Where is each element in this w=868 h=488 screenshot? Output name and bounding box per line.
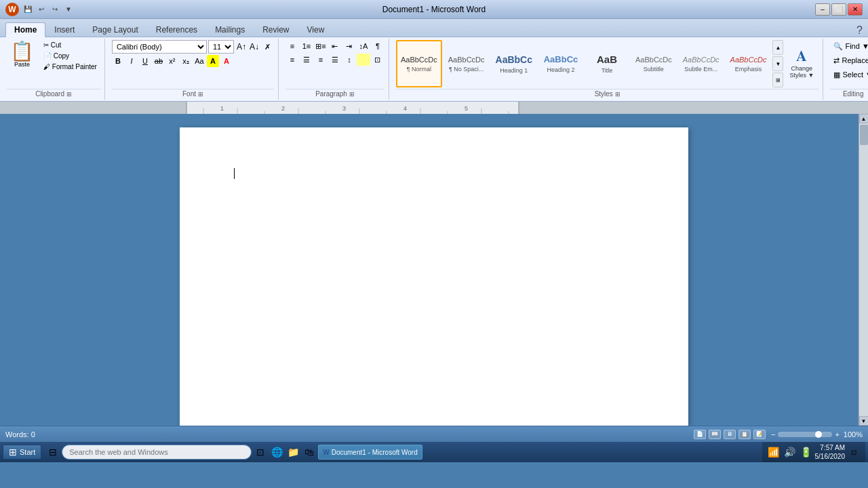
redo-quick-btn[interactable]: ↪ bbox=[49, 3, 61, 16]
cut-button[interactable]: ✂ Cut bbox=[40, 40, 100, 50]
scroll-down-btn[interactable]: ▼ bbox=[859, 416, 869, 426]
zoom-plus-btn[interactable]: + bbox=[835, 430, 839, 439]
format-painter-button[interactable]: 🖌 Format Painter bbox=[40, 62, 100, 72]
decrease-indent-btn[interactable]: ⇤ bbox=[328, 40, 342, 52]
clock[interactable]: 7:57 AM 5/16/2020 bbox=[815, 443, 846, 461]
increase-font-btn[interactable]: A↑ bbox=[235, 41, 248, 53]
taskbar-files-btn[interactable]: 📁 bbox=[285, 445, 300, 460]
titlebar-left: W 💾 ↩ ↪ ▼ bbox=[5, 3, 75, 16]
right-scrollbar[interactable]: ▲ ▼ bbox=[859, 114, 868, 426]
tab-insert[interactable]: Insert bbox=[45, 22, 83, 37]
view-full-btn[interactable]: 📖 bbox=[709, 430, 721, 439]
taskbar-word-btn[interactable]: W Document1 - Microsoft Word bbox=[318, 445, 422, 460]
strikethrough-button[interactable]: ab bbox=[153, 55, 165, 67]
line-spacing-btn[interactable]: ↕ bbox=[342, 54, 356, 66]
font-size-select[interactable]: 11 bbox=[208, 40, 234, 54]
bullets-btn[interactable]: ≡ bbox=[285, 40, 299, 52]
document-area[interactable] bbox=[9, 114, 859, 426]
save-quick-btn[interactable]: 💾 bbox=[22, 3, 34, 16]
show-para-btn[interactable]: ¶ bbox=[371, 40, 384, 52]
gallery-scroll-down-btn[interactable]: ▼ bbox=[772, 56, 783, 71]
clipboard-group-label: Clipboard ⊞ bbox=[7, 89, 100, 98]
font-name-row: Calibri (Body) 11 A↑ A↓ ✗ bbox=[112, 40, 274, 54]
customize-quick-btn[interactable]: ▼ bbox=[62, 3, 75, 16]
zoom-minus-btn[interactable]: − bbox=[771, 430, 775, 439]
superscript-button[interactable]: x² bbox=[166, 55, 178, 67]
tab-view[interactable]: View bbox=[298, 22, 334, 37]
style-h1-btn[interactable]: AaBbCc Heading 1 bbox=[491, 40, 537, 87]
maximize-button[interactable]: ⬜ bbox=[831, 3, 846, 16]
sort-btn[interactable]: ↕A bbox=[357, 40, 370, 52]
editing-group-label: Editing bbox=[830, 89, 868, 98]
view-web-btn[interactable]: 🖥 bbox=[724, 430, 736, 439]
tray-battery-icon[interactable]: 🔋 bbox=[799, 445, 814, 460]
tab-review[interactable]: Review bbox=[254, 22, 298, 37]
font-name-select[interactable]: Calibri (Body) bbox=[112, 40, 207, 54]
taskbar-search-input[interactable] bbox=[62, 445, 252, 460]
numbered-btn[interactable]: 1≡ bbox=[300, 40, 313, 52]
taskbar-explorer-btn[interactable]: ⊡ bbox=[253, 445, 268, 460]
tab-references[interactable]: References bbox=[147, 22, 206, 37]
close-button[interactable]: ✕ bbox=[848, 3, 863, 16]
align-center-btn[interactable]: ☰ bbox=[300, 54, 313, 66]
select-button[interactable]: ▦ Select ▼ bbox=[830, 68, 868, 81]
tray-volume-icon[interactable]: 🔊 bbox=[783, 445, 797, 460]
scroll-up-btn[interactable]: ▲ bbox=[859, 114, 869, 123]
style-subtle-em-btn[interactable]: AaBbCcDc Subtle Em... bbox=[678, 40, 724, 87]
gallery-scroll-up-btn[interactable]: ▲ bbox=[772, 40, 783, 55]
taskbar-store-btn[interactable]: 🛍 bbox=[302, 445, 317, 460]
task-view-btn[interactable]: ⊟ bbox=[45, 445, 60, 460]
document-page[interactable] bbox=[180, 127, 688, 426]
bold-button[interactable]: B bbox=[112, 55, 124, 67]
decrease-font-btn[interactable]: A↓ bbox=[248, 41, 260, 53]
style-title-btn[interactable]: AaB Title bbox=[585, 40, 629, 87]
align-right-btn[interactable]: ≡ bbox=[314, 54, 328, 66]
scroll-thumb[interactable] bbox=[860, 125, 868, 145]
align-left-btn[interactable]: ≡ bbox=[285, 54, 299, 66]
tray-network-icon[interactable]: 📶 bbox=[766, 445, 781, 460]
change-case-button[interactable]: Aa bbox=[193, 55, 205, 67]
styles-group: AaBbCcDc ¶ Normal AaBbCcDc ¶ No Spaci...… bbox=[392, 39, 823, 100]
minimize-button[interactable]: – bbox=[815, 3, 830, 16]
replace-button[interactable]: ⇄ Replace bbox=[830, 54, 868, 67]
style-subtitle-btn[interactable]: AaBbCcDc Subtitle bbox=[631, 40, 677, 87]
style-nospace-btn[interactable]: AaBbCcDc ¶ No Spaci... bbox=[443, 40, 490, 87]
find-button[interactable]: 🔍 Find ▼ bbox=[830, 40, 868, 53]
svg-text:3: 3 bbox=[342, 105, 346, 112]
highlight-btn[interactable]: A bbox=[207, 55, 219, 67]
underline-button[interactable]: U bbox=[139, 55, 151, 67]
view-draft-btn[interactable]: 📝 bbox=[753, 430, 766, 439]
taskbar-browser-btn[interactable]: 🌐 bbox=[269, 445, 284, 460]
style-emphasis-preview: AaBbCcDc bbox=[730, 56, 767, 64]
view-outline-btn[interactable]: 📋 bbox=[738, 430, 751, 439]
zoom-handle[interactable] bbox=[815, 431, 822, 438]
paste-button[interactable]: 📋 Paste bbox=[7, 40, 37, 70]
border-btn[interactable]: ⊡ bbox=[371, 54, 384, 66]
tab-page-layout[interactable]: Page Layout bbox=[83, 22, 146, 37]
gallery-expand-btn[interactable]: ⊞ bbox=[772, 73, 783, 87]
italic-button[interactable]: I bbox=[125, 55, 138, 67]
show-desktop-btn[interactable]: ⊡ bbox=[846, 445, 861, 460]
shading-btn[interactable] bbox=[357, 54, 370, 66]
style-normal-btn[interactable]: AaBbCcDc ¶ Normal bbox=[396, 40, 442, 87]
ribbon-help-btn[interactable]: ? bbox=[856, 24, 863, 37]
subscript-button[interactable]: x₂ bbox=[180, 55, 192, 67]
font-color-btn[interactable]: A bbox=[220, 55, 233, 67]
tab-mailings[interactable]: Mailings bbox=[206, 22, 254, 37]
style-h2-btn[interactable]: AaBbCc Heading 2 bbox=[538, 40, 583, 87]
style-emphasis-btn[interactable]: AaBbCcDc Emphasis bbox=[726, 40, 772, 87]
multilevel-btn[interactable]: ⊞≡ bbox=[314, 40, 328, 52]
increase-indent-btn[interactable]: ⇥ bbox=[342, 40, 356, 52]
style-h1-label: Heading 1 bbox=[500, 67, 528, 74]
justify-btn[interactable]: ☰ bbox=[328, 54, 342, 66]
zoom-slider[interactable] bbox=[778, 432, 832, 437]
style-normal-label: ¶ Normal bbox=[407, 66, 431, 73]
change-styles-button[interactable]: 𝐀 ChangeStyles ▼ bbox=[785, 40, 818, 87]
start-button[interactable]: ⊞ Start bbox=[3, 445, 41, 460]
style-title-label: Title bbox=[601, 67, 613, 74]
copy-button[interactable]: 📄 Copy bbox=[40, 51, 100, 61]
view-print-btn[interactable]: 📄 bbox=[694, 430, 706, 439]
tab-home[interactable]: Home bbox=[5, 22, 45, 37]
clear-format-btn[interactable]: ✗ bbox=[262, 41, 274, 53]
undo-quick-btn[interactable]: ↩ bbox=[35, 3, 47, 16]
